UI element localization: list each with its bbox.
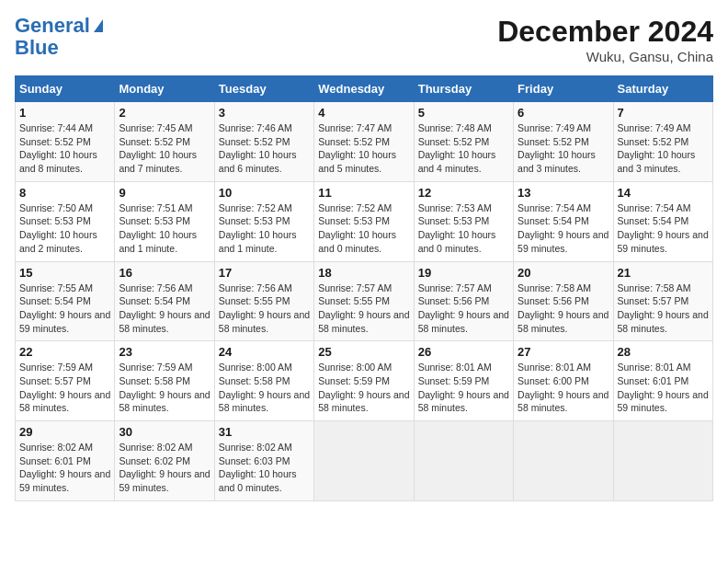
weekday-header: Tuesday bbox=[214, 76, 313, 102]
calendar-cell: 16Sunrise: 7:56 AMSunset: 5:54 PMDayligh… bbox=[115, 261, 214, 341]
day-info: Sunrise: 7:48 AMSunset: 5:52 PMDaylight:… bbox=[418, 121, 509, 176]
calendar-cell: 25Sunrise: 8:00 AMSunset: 5:59 PMDayligh… bbox=[314, 341, 414, 421]
logo-icon bbox=[94, 19, 103, 32]
month-title: December 2024 bbox=[497, 15, 713, 49]
day-number: 4 bbox=[318, 106, 409, 120]
calendar-cell: 20Sunrise: 7:58 AMSunset: 5:56 PMDayligh… bbox=[514, 261, 613, 341]
day-number: 25 bbox=[318, 345, 409, 359]
day-info: Sunrise: 7:52 AMSunset: 5:53 PMDaylight:… bbox=[219, 201, 310, 256]
calendar-cell: 9Sunrise: 7:51 AMSunset: 5:53 PMDaylight… bbox=[115, 181, 214, 261]
calendar-cell: 6Sunrise: 7:49 AMSunset: 5:52 PMDaylight… bbox=[514, 102, 613, 182]
calendar-cell: 10Sunrise: 7:52 AMSunset: 5:53 PMDayligh… bbox=[214, 181, 313, 261]
calendar-cell: 13Sunrise: 7:54 AMSunset: 5:54 PMDayligh… bbox=[514, 181, 613, 261]
day-info: Sunrise: 7:59 AMSunset: 5:57 PMDaylight:… bbox=[19, 361, 110, 415]
day-info: Sunrise: 7:59 AMSunset: 5:58 PMDaylight:… bbox=[119, 361, 210, 415]
calendar-cell: 12Sunrise: 7:53 AMSunset: 5:53 PMDayligh… bbox=[414, 181, 513, 261]
calendar-cell: 1Sunrise: 7:44 AMSunset: 5:52 PMDaylight… bbox=[16, 102, 115, 182]
day-info: Sunrise: 7:47 AMSunset: 5:52 PMDaylight:… bbox=[318, 121, 409, 176]
calendar-cell: 28Sunrise: 8:01 AMSunset: 6:01 PMDayligh… bbox=[613, 341, 712, 421]
calendar-week-row: 8Sunrise: 7:50 AMSunset: 5:53 PMDaylight… bbox=[16, 181, 713, 261]
day-number: 19 bbox=[418, 266, 509, 280]
calendar-cell: 27Sunrise: 8:01 AMSunset: 6:00 PMDayligh… bbox=[514, 341, 613, 421]
day-number: 14 bbox=[618, 186, 709, 200]
day-info: Sunrise: 7:56 AMSunset: 5:55 PMDaylight:… bbox=[219, 282, 310, 336]
day-info: Sunrise: 8:00 AMSunset: 5:58 PMDaylight:… bbox=[219, 361, 310, 415]
title-block: December 2024 Wuku, Gansu, China bbox=[497, 15, 713, 64]
day-info: Sunrise: 7:51 AMSunset: 5:53 PMDaylight:… bbox=[119, 201, 210, 256]
day-info: Sunrise: 7:58 AMSunset: 5:56 PMDaylight:… bbox=[518, 282, 609, 336]
calendar-cell: 19Sunrise: 7:57 AMSunset: 5:56 PMDayligh… bbox=[414, 261, 513, 341]
calendar-cell: 24Sunrise: 8:00 AMSunset: 5:58 PMDayligh… bbox=[214, 341, 313, 421]
day-info: Sunrise: 8:02 AMSunset: 6:03 PMDaylight:… bbox=[219, 441, 310, 495]
day-number: 17 bbox=[219, 266, 310, 280]
day-info: Sunrise: 7:58 AMSunset: 5:57 PMDaylight:… bbox=[618, 282, 709, 336]
weekday-header: Saturday bbox=[613, 76, 712, 102]
day-number: 20 bbox=[518, 266, 609, 280]
day-info: Sunrise: 7:46 AMSunset: 5:52 PMDaylight:… bbox=[219, 121, 310, 176]
day-number: 22 bbox=[19, 345, 110, 359]
weekday-header: Friday bbox=[514, 76, 613, 102]
day-number: 1 bbox=[19, 106, 110, 120]
weekday-header: Sunday bbox=[16, 76, 115, 102]
calendar-week-row: 29Sunrise: 8:02 AMSunset: 6:01 PMDayligh… bbox=[16, 421, 713, 501]
location: Wuku, Gansu, China bbox=[497, 49, 713, 64]
day-number: 18 bbox=[318, 266, 409, 280]
day-info: Sunrise: 7:49 AMSunset: 5:52 PMDaylight:… bbox=[518, 121, 609, 176]
day-number: 9 bbox=[119, 186, 210, 200]
day-info: Sunrise: 7:54 AMSunset: 5:54 PMDaylight:… bbox=[618, 201, 709, 256]
day-number: 5 bbox=[418, 106, 509, 120]
calendar-week-row: 22Sunrise: 7:59 AMSunset: 5:57 PMDayligh… bbox=[16, 341, 713, 421]
page-header: General Blue December 2024 Wuku, Gansu, … bbox=[15, 15, 713, 64]
day-number: 12 bbox=[418, 186, 509, 200]
day-number: 8 bbox=[19, 186, 110, 200]
day-number: 23 bbox=[119, 345, 210, 359]
day-info: Sunrise: 7:54 AMSunset: 5:54 PMDaylight:… bbox=[518, 201, 609, 256]
day-info: Sunrise: 8:00 AMSunset: 5:59 PMDaylight:… bbox=[318, 361, 409, 415]
day-number: 6 bbox=[518, 106, 609, 120]
day-number: 28 bbox=[618, 345, 709, 359]
day-number: 27 bbox=[518, 345, 609, 359]
day-number: 31 bbox=[219, 425, 310, 439]
day-info: Sunrise: 8:01 AMSunset: 5:59 PMDaylight:… bbox=[418, 361, 509, 415]
day-number: 21 bbox=[618, 266, 709, 280]
logo-blue: Blue bbox=[15, 37, 59, 59]
day-info: Sunrise: 8:02 AMSunset: 6:01 PMDaylight:… bbox=[19, 441, 110, 495]
day-info: Sunrise: 7:57 AMSunset: 5:56 PMDaylight:… bbox=[418, 282, 509, 336]
day-number: 3 bbox=[219, 106, 310, 120]
day-info: Sunrise: 7:57 AMSunset: 5:55 PMDaylight:… bbox=[318, 282, 409, 336]
calendar-cell bbox=[613, 421, 712, 501]
calendar-week-row: 1Sunrise: 7:44 AMSunset: 5:52 PMDaylight… bbox=[16, 102, 713, 182]
day-number: 10 bbox=[219, 186, 310, 200]
day-info: Sunrise: 7:53 AMSunset: 5:53 PMDaylight:… bbox=[418, 201, 509, 256]
calendar-cell: 11Sunrise: 7:52 AMSunset: 5:53 PMDayligh… bbox=[314, 181, 414, 261]
day-info: Sunrise: 7:49 AMSunset: 5:52 PMDaylight:… bbox=[618, 121, 709, 176]
day-number: 16 bbox=[119, 266, 210, 280]
day-info: Sunrise: 8:02 AMSunset: 6:02 PMDaylight:… bbox=[119, 441, 210, 495]
day-number: 26 bbox=[418, 345, 509, 359]
calendar-cell: 14Sunrise: 7:54 AMSunset: 5:54 PMDayligh… bbox=[613, 181, 712, 261]
day-number: 2 bbox=[119, 106, 210, 120]
calendar-cell: 18Sunrise: 7:57 AMSunset: 5:55 PMDayligh… bbox=[314, 261, 414, 341]
calendar-cell: 17Sunrise: 7:56 AMSunset: 5:55 PMDayligh… bbox=[214, 261, 313, 341]
weekday-header: Wednesday bbox=[314, 76, 414, 102]
calendar-cell: 4Sunrise: 7:47 AMSunset: 5:52 PMDaylight… bbox=[314, 102, 414, 182]
calendar-table: SundayMondayTuesdayWednesdayThursdayFrid… bbox=[15, 75, 713, 501]
calendar-cell: 31Sunrise: 8:02 AMSunset: 6:03 PMDayligh… bbox=[214, 421, 313, 501]
calendar-cell bbox=[414, 421, 513, 501]
calendar-cell bbox=[514, 421, 613, 501]
calendar-week-row: 15Sunrise: 7:55 AMSunset: 5:54 PMDayligh… bbox=[16, 261, 713, 341]
day-number: 15 bbox=[19, 266, 110, 280]
calendar-cell: 29Sunrise: 8:02 AMSunset: 6:01 PMDayligh… bbox=[16, 421, 115, 501]
calendar-cell: 26Sunrise: 8:01 AMSunset: 5:59 PMDayligh… bbox=[414, 341, 513, 421]
day-info: Sunrise: 7:45 AMSunset: 5:52 PMDaylight:… bbox=[119, 121, 210, 176]
calendar-cell: 22Sunrise: 7:59 AMSunset: 5:57 PMDayligh… bbox=[16, 341, 115, 421]
logo: General Blue bbox=[15, 15, 103, 59]
day-number: 30 bbox=[119, 425, 210, 439]
day-info: Sunrise: 7:55 AMSunset: 5:54 PMDaylight:… bbox=[19, 282, 110, 336]
calendar-cell: 21Sunrise: 7:58 AMSunset: 5:57 PMDayligh… bbox=[613, 261, 712, 341]
calendar-cell: 15Sunrise: 7:55 AMSunset: 5:54 PMDayligh… bbox=[16, 261, 115, 341]
calendar-cell: 30Sunrise: 8:02 AMSunset: 6:02 PMDayligh… bbox=[115, 421, 214, 501]
day-number: 13 bbox=[518, 186, 609, 200]
calendar-cell: 5Sunrise: 7:48 AMSunset: 5:52 PMDaylight… bbox=[414, 102, 513, 182]
day-number: 24 bbox=[219, 345, 310, 359]
